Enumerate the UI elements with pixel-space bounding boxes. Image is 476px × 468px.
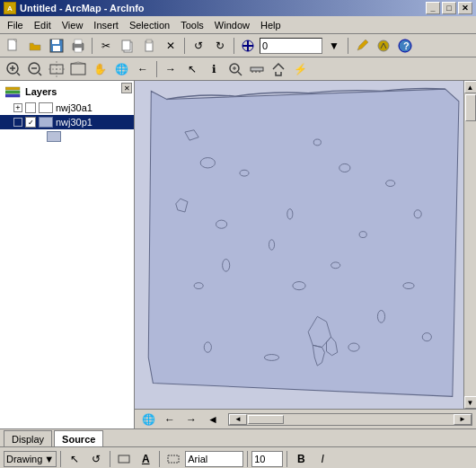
layer-item-nwj30p1[interactable]: nwj30p1 xyxy=(0,115,134,129)
minimize-button[interactable]: _ xyxy=(426,2,440,14)
svg-rect-60 xyxy=(119,455,129,463)
draw-box2-button[interactable] xyxy=(163,450,183,468)
overview-globe-button[interactable]: 🌐 xyxy=(138,411,158,428)
font-name-input[interactable] xyxy=(185,451,243,467)
display-tab[interactable]: Display xyxy=(4,430,52,446)
svg-line-22 xyxy=(39,73,41,75)
window-title: Untitled - ArcMap - ArcInfo xyxy=(20,3,145,13)
main-area: ✕ Layers + nwj30a1 nwj30p1 xyxy=(0,81,476,428)
title-bar: A Untitled - ArcMap - ArcInfo _ □ ✕ xyxy=(0,0,476,16)
find-button[interactable] xyxy=(225,60,245,78)
bold-button[interactable]: B xyxy=(291,450,311,468)
layer-checkbox-nwj30a1[interactable] xyxy=(25,102,36,113)
layers-icon xyxy=(5,85,22,98)
bottom-scrollbar[interactable]: ◄ ► xyxy=(228,413,472,426)
open-button[interactable] xyxy=(25,37,45,55)
help-button[interactable]: ? xyxy=(395,37,415,55)
svg-rect-31 xyxy=(251,67,263,71)
zoom-out-button[interactable] xyxy=(25,60,45,78)
menu-insert[interactable]: Insert xyxy=(88,17,124,33)
app-icon: A xyxy=(4,2,16,14)
layer-expand-nwj30a1[interactable]: + xyxy=(13,103,22,112)
menu-selection[interactable]: Selection xyxy=(124,17,175,33)
layer-item-nwj30a1[interactable]: + nwj30a1 xyxy=(0,101,134,115)
legend-swatch xyxy=(47,131,61,142)
zoom-in-button[interactable] xyxy=(4,60,23,78)
layer-symbol-nwj30p1 xyxy=(39,117,53,128)
scroll-up-button[interactable]: ▲ xyxy=(464,81,477,93)
save-button[interactable] xyxy=(47,37,66,55)
scroll-down-button[interactable]: ▼ xyxy=(464,396,477,409)
h-scroll-track[interactable] xyxy=(247,414,454,425)
italic-button[interactable]: I xyxy=(313,450,332,468)
svg-rect-6 xyxy=(75,40,82,44)
eyedropper-button[interactable] xyxy=(374,37,393,55)
pan-button[interactable]: ✋ xyxy=(90,60,110,78)
font-size-input[interactable] xyxy=(251,451,283,467)
back-map-button[interactable]: ← xyxy=(160,411,180,428)
add-data-button[interactable] xyxy=(238,37,258,55)
sep-draw5 xyxy=(286,451,287,467)
map-view[interactable] xyxy=(135,81,463,409)
draw-rotate-button[interactable]: ↺ xyxy=(86,450,106,468)
svg-point-13 xyxy=(378,40,389,51)
measure-button[interactable] xyxy=(247,60,267,78)
select-button[interactable]: ↖ xyxy=(182,60,202,78)
print-button[interactable] xyxy=(68,37,88,55)
source-tab[interactable]: Source xyxy=(54,430,103,446)
standard-toolbar: ✂ ✕ ↺ ↻ ▼ ? xyxy=(0,34,476,57)
separator-2 xyxy=(184,38,185,54)
zoom-extent-button[interactable] xyxy=(47,60,66,78)
cut-button[interactable]: ✂ xyxy=(96,37,116,55)
drawing-dropdown-arrow: ▼ xyxy=(44,454,54,464)
layer-expand-nwj30p1[interactable] xyxy=(13,118,22,127)
hyperlink-button[interactable] xyxy=(269,60,288,78)
undo-button[interactable]: ↺ xyxy=(189,37,208,55)
identify-button[interactable]: ℹ xyxy=(204,60,224,78)
redo-button[interactable]: ↻ xyxy=(210,37,230,55)
layer-symbol-nwj30a1 xyxy=(39,102,53,113)
h-scroll-thumb[interactable] xyxy=(248,415,284,424)
maximize-button[interactable]: □ xyxy=(442,2,456,14)
separator-4 xyxy=(348,38,348,54)
svg-rect-9 xyxy=(122,40,130,50)
back-extent-button[interactable]: ← xyxy=(133,60,153,78)
right-scroll-thumb[interactable] xyxy=(465,94,476,121)
forward-map-button[interactable]: → xyxy=(181,411,201,428)
right-scroll-track[interactable] xyxy=(464,93,477,396)
lightning-button[interactable]: ⚡ xyxy=(290,60,310,78)
scroll-right-button[interactable]: ► xyxy=(454,414,472,425)
svg-line-19 xyxy=(17,73,20,75)
sep-draw1 xyxy=(60,451,61,467)
paste-button[interactable] xyxy=(139,37,159,55)
drawing-dropdown[interactable]: Drawing ▼ xyxy=(4,451,57,467)
menu-tools[interactable]: Tools xyxy=(175,17,209,33)
forward-extent-button[interactable]: → xyxy=(161,60,181,78)
layers-label: Layers xyxy=(25,86,57,97)
draw-rect-button[interactable] xyxy=(114,450,134,468)
layer-checkbox-nwj30p1[interactable] xyxy=(25,117,36,128)
delete-button[interactable]: ✕ xyxy=(161,37,181,55)
menu-file[interactable]: File xyxy=(2,17,29,33)
draw-text-button[interactable]: A xyxy=(136,450,155,468)
close-button[interactable]: ✕ xyxy=(458,2,472,14)
window-controls[interactable]: _ □ ✕ xyxy=(426,2,472,14)
draw-pointer-button[interactable]: ↖ xyxy=(65,450,84,468)
globe-button[interactable]: 🌐 xyxy=(111,60,131,78)
menu-edit[interactable]: Edit xyxy=(29,17,57,33)
editor-tools-button[interactable] xyxy=(352,37,372,55)
menu-window[interactable]: Window xyxy=(209,17,255,33)
zoom-dropdown-arrow[interactable]: ▼ xyxy=(324,37,344,55)
menu-help[interactable]: Help xyxy=(255,17,286,33)
full-extent-button[interactable] xyxy=(68,60,88,78)
panel-close-button[interactable]: ✕ xyxy=(121,83,132,93)
map-container: ▲ ▼ 🌐 ← → ◄ ◄ ► xyxy=(135,81,476,428)
copy-button[interactable] xyxy=(118,37,137,55)
separator-1 xyxy=(92,38,93,54)
right-scrollbar[interactable]: ▲ ▼ xyxy=(463,81,476,409)
new-button[interactable] xyxy=(4,37,23,55)
menu-view[interactable]: View xyxy=(57,17,89,33)
pan-bottom-button[interactable]: ◄ xyxy=(203,411,223,428)
zoom-input[interactable] xyxy=(260,38,322,54)
scroll-left-button[interactable]: ◄ xyxy=(229,414,247,425)
